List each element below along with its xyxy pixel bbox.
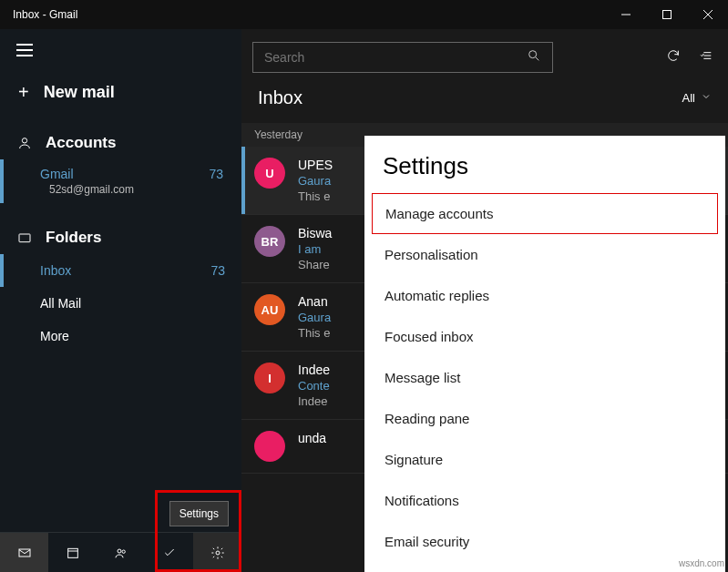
new-mail-button[interactable]: + New mail — [16, 75, 229, 119]
enter-selection-icon[interactable] — [699, 48, 713, 66]
svg-point-12 — [529, 51, 537, 58]
folder-more[interactable]: More — [0, 320, 241, 352]
account-email: 52sd@gmail.com — [40, 183, 225, 196]
avatar — [254, 431, 285, 462]
filter-all[interactable]: All — [682, 91, 712, 105]
svg-rect-6 — [19, 549, 30, 557]
svg-point-9 — [118, 549, 121, 553]
watermark: wsxdn.com — [679, 558, 724, 568]
avatar: I — [254, 363, 285, 393]
settings-icon[interactable] — [193, 533, 241, 572]
sidebar: + New mail Accounts Gmail 73 52sd@gmail.… — [0, 29, 241, 572]
people-icon[interactable] — [97, 533, 145, 572]
chevron-down-icon — [701, 91, 712, 105]
settings-item-manage-accounts[interactable]: Manage accounts — [372, 193, 718, 234]
accounts-header[interactable]: Accounts — [0, 127, 241, 159]
svg-point-10 — [122, 550, 125, 553]
search-input[interactable] — [264, 50, 527, 65]
svg-point-4 — [22, 138, 26, 143]
settings-title: Settings — [364, 152, 725, 193]
avatar: AU — [254, 294, 285, 325]
folder-icon — [16, 230, 33, 245]
inbox-title: Inbox — [258, 87, 302, 108]
avatar: BR — [254, 226, 285, 257]
sync-icon[interactable] — [666, 48, 681, 66]
mail-icon[interactable] — [0, 533, 48, 572]
avatar: U — [254, 158, 285, 189]
close-button[interactable] — [687, 0, 728, 29]
account-name: Gmail — [40, 167, 74, 181]
settings-item-notifications[interactable]: Notifications — [364, 480, 725, 521]
folders-header[interactable]: Folders — [0, 221, 241, 254]
settings-item-signature[interactable]: Signature — [364, 439, 725, 480]
todo-icon[interactable] — [145, 533, 193, 572]
svg-rect-5 — [19, 234, 30, 242]
svg-rect-7 — [67, 548, 77, 557]
settings-item-focused-inbox[interactable]: Focused inbox — [364, 316, 725, 357]
settings-item-email-security[interactable]: Email security — [364, 521, 725, 562]
settings-item-automatic-replies[interactable]: Automatic replies — [364, 275, 725, 316]
settings-tooltip: Settings — [169, 501, 229, 526]
svg-line-13 — [536, 57, 538, 60]
search-icon[interactable] — [527, 48, 541, 66]
settings-item-message-list[interactable]: Message list — [364, 357, 725, 398]
svg-rect-1 — [662, 11, 671, 19]
new-mail-label: New mail — [44, 83, 115, 102]
hamburger-icon[interactable] — [16, 44, 33, 56]
settings-item-personalisation[interactable]: Personalisation — [364, 234, 725, 275]
account-item-gmail[interactable]: Gmail 73 52sd@gmail.com — [0, 159, 241, 203]
titlebar: Inbox - Gmail — [0, 0, 728, 29]
plus-icon: + — [18, 82, 29, 103]
window-title: Inbox - Gmail — [13, 8, 605, 21]
svg-point-11 — [216, 551, 220, 555]
folder-allmail[interactable]: All Mail — [0, 287, 241, 320]
settings-item-reading-pane[interactable]: Reading pane — [364, 398, 725, 439]
settings-panel: Settings Manage accountsPersonalisationA… — [364, 136, 725, 572]
maximize-button[interactable] — [646, 0, 687, 29]
person-icon — [16, 136, 33, 150]
minimize-button[interactable] — [605, 0, 646, 29]
folder-inbox[interactable]: Inbox 73 — [0, 254, 241, 287]
account-count: 73 — [209, 167, 223, 181]
search-box[interactable] — [252, 42, 553, 73]
calendar-icon[interactable] — [48, 533, 97, 572]
